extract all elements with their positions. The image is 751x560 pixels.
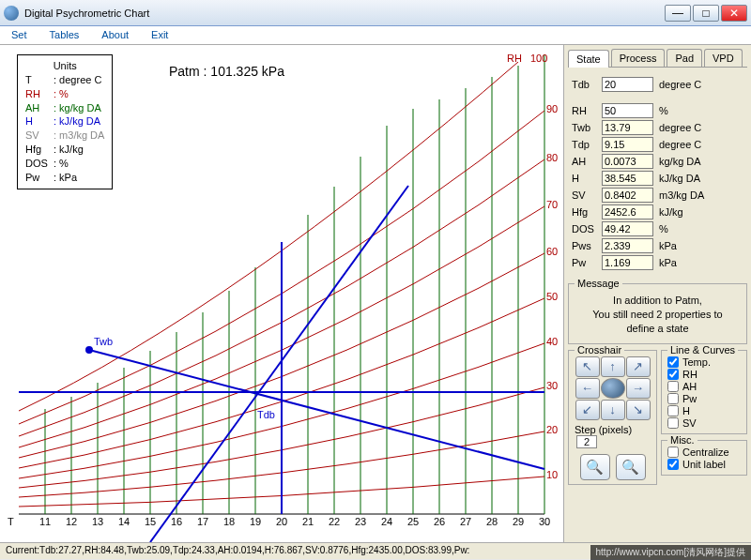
chart-pane[interactable]: T 111213 141516 171819 202122 232425 262… [0, 45, 563, 542]
hfg-input[interactable] [602, 204, 653, 219]
svg-text:20: 20 [276, 516, 287, 527]
sv-input[interactable] [602, 188, 653, 203]
check-ah[interactable] [667, 381, 679, 392]
svg-text:11: 11 [39, 516, 51, 527]
menu-tables[interactable]: Tables [38, 26, 91, 44]
side-panel: State Process Pad VPD Tdbdegree CRH%Twbd… [563, 45, 751, 542]
unit-row-hfg: Hfg: kJ/kg [25, 143, 104, 157]
app-icon [4, 6, 19, 21]
prop-row-sv: SVm3/kg DA [572, 188, 743, 203]
check-centralize[interactable] [667, 446, 679, 458]
message-group: Message In addition to Patm, You still n… [568, 283, 747, 344]
svg-text:30: 30 [546, 380, 558, 391]
crosshair-group: Crosshair ↖ ↑ ↗ ← → ↙ ↓ ↘ Step (pixels) [568, 350, 657, 485]
arrow-up-right-icon[interactable]: ↗ [626, 356, 651, 377]
svg-text:29: 29 [513, 516, 524, 527]
check-sv[interactable] [667, 417, 679, 429]
check-unitlabel[interactable] [667, 459, 679, 470]
patm-label: Patm : 101.325 kPa [169, 64, 284, 79]
svg-text:23: 23 [355, 516, 366, 527]
prop-row-hfg: HfgkJ/kg [572, 204, 743, 219]
prop-row-h: HkJ/kg DA [572, 171, 743, 186]
zoom-in-icon[interactable]: 🔍 [616, 454, 646, 480]
maximize-button[interactable]: □ [693, 5, 719, 22]
svg-line-24 [150, 186, 408, 542]
svg-text:50: 50 [546, 291, 558, 302]
tab-vpd[interactable]: VPD [704, 49, 743, 67]
svg-text:40: 40 [546, 336, 558, 347]
unit-row-rh: RH: % [25, 87, 104, 101]
dos-input[interactable] [602, 221, 653, 236]
crosshair-center-icon[interactable] [601, 378, 625, 399]
svg-text:15: 15 [145, 516, 156, 527]
svg-text:22: 22 [329, 516, 340, 527]
svg-text:100: 100 [530, 53, 547, 64]
prop-row-pw: PwkPa [572, 255, 743, 270]
arrow-right-icon[interactable]: → [626, 378, 651, 399]
minimize-button[interactable]: — [665, 5, 691, 22]
prop-row-twb: Twbdegree C [572, 120, 743, 135]
svg-text:70: 70 [546, 199, 558, 210]
menu-exit[interactable]: Exit [140, 26, 179, 44]
window-buttons: — □ ✕ [665, 5, 747, 22]
svg-text:T: T [8, 516, 14, 527]
tdb-input[interactable] [602, 77, 653, 92]
svg-text:30: 30 [539, 516, 550, 527]
unit-row-dos: DOS: % [25, 157, 104, 171]
units-header: Units [25, 59, 104, 73]
message-heading: Message [575, 278, 622, 289]
arrow-down-left-icon[interactable]: ↙ [575, 400, 600, 420]
tdp-input[interactable] [602, 137, 653, 152]
svg-text:80: 80 [546, 152, 558, 163]
tab-pad[interactable]: Pad [667, 49, 702, 67]
svg-text:27: 27 [460, 516, 471, 527]
twb-input[interactable] [602, 120, 653, 135]
pws-input[interactable] [602, 238, 653, 253]
svg-text:16: 16 [171, 516, 182, 527]
svg-text:10: 10 [546, 469, 558, 480]
svg-text:90: 90 [546, 103, 558, 114]
check-h[interactable] [667, 405, 679, 416]
prop-row-rh: RH% [572, 103, 743, 118]
svg-text:Tdb: Tdb [257, 409, 275, 420]
zoom-out-icon[interactable]: 🔍 [580, 454, 610, 480]
watermark: http://www.vipcn.com[清风网络]提供 [590, 545, 751, 560]
pw-input[interactable] [602, 255, 653, 270]
svg-text:20: 20 [546, 424, 558, 435]
arrow-left-icon[interactable]: ← [575, 378, 600, 399]
h-input[interactable] [602, 171, 653, 186]
close-button[interactable]: ✕ [721, 5, 747, 22]
unit-row-sv: SV: m3/kg DA [25, 129, 104, 143]
menu-set[interactable]: Set [0, 26, 38, 44]
arrow-down-right-icon[interactable]: ↘ [626, 400, 651, 420]
step-input[interactable] [576, 435, 597, 448]
arrow-up-left-icon[interactable]: ↖ [575, 356, 600, 377]
tab-process[interactable]: Process [611, 49, 666, 67]
check-pw[interactable] [667, 393, 679, 404]
tab-row: State Process Pad VPD [568, 49, 747, 68]
svg-text:26: 26 [434, 516, 445, 527]
arrow-down-icon[interactable]: ↓ [601, 400, 625, 420]
svg-text:28: 28 [486, 516, 498, 527]
check-rh[interactable] [667, 369, 679, 380]
window-title: Digital Psychrometric Chart [24, 8, 665, 19]
svg-text:13: 13 [92, 516, 103, 527]
prop-row-dos: DOS% [572, 221, 743, 236]
property-rows: Tdbdegree CRH%Twbdegree CTdpdegree CAHkg… [568, 71, 747, 278]
unit-row-t: T: degree C [25, 73, 104, 87]
svg-text:Twb: Twb [94, 336, 113, 347]
svg-text:RH: RH [507, 53, 522, 64]
prop-row-ah: AHkg/kg DA [572, 154, 743, 169]
menu-about[interactable]: About [90, 26, 140, 44]
prop-row-pws: PwskPa [572, 238, 743, 253]
check-temp[interactable] [667, 356, 679, 368]
tab-state[interactable]: State [568, 50, 609, 68]
ah-input[interactable] [602, 154, 653, 169]
svg-point-25 [86, 347, 92, 353]
linecurves-group: Line & Curves Temp. RH AH Pw H SV [661, 350, 747, 434]
units-legend: Units T: degree CRH: %AH: kg/kg DAH: kJ/… [17, 54, 113, 189]
unit-row-h: H: kJ/kg DA [25, 114, 104, 129]
svg-text:24: 24 [381, 516, 392, 527]
arrow-up-icon[interactable]: ↑ [601, 356, 625, 377]
rh-input[interactable] [602, 103, 653, 118]
